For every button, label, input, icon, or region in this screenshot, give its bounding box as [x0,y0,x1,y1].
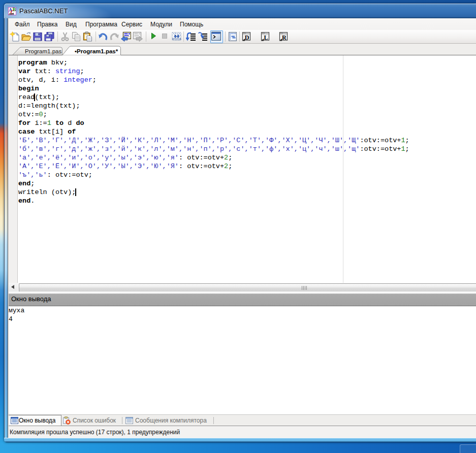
svg-text:•Program1.pas*: •Program1.pas* [75,48,118,54]
svg-text:L: L [264,34,268,41]
svg-text:D: D [245,34,249,41]
svg-text:.net: .net [9,12,15,15]
svg-text:Program1.pas: Program1.pas [25,48,61,54]
svg-text:R: R [282,34,287,41]
